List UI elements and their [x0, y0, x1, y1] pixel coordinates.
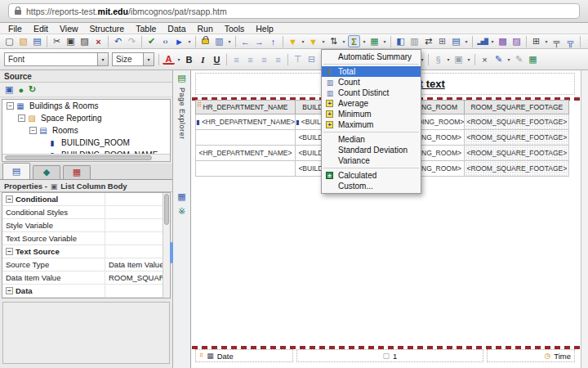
menu-item-variance[interactable]: Variance: [322, 155, 421, 166]
size-select[interactable]: Size ▾: [112, 52, 154, 66]
new-report-icon[interactable]: ▢: [3, 35, 16, 47]
menu-item-average[interactable]: + Average: [322, 98, 421, 109]
table-icon[interactable]: ⊞: [530, 35, 542, 47]
org-structure-icon[interactable]: ╦: [564, 35, 577, 47]
validate-icon[interactable]: ✔: [145, 35, 158, 47]
pick-style-icon[interactable]: ✎: [492, 53, 505, 65]
font-color-icon[interactable]: A: [163, 54, 175, 65]
property-row-conditional-styles[interactable]: Conditional Styles: [2, 206, 170, 219]
parent-icon[interactable]: ↑: [267, 35, 279, 47]
property-group-text-source[interactable]: −Text Source: [2, 245, 170, 258]
save-icon[interactable]: ▤: [31, 35, 43, 47]
condition-explorer-icon[interactable]: ※: [178, 206, 185, 217]
menu-item-median[interactable]: Median: [322, 134, 421, 145]
canvas-vertical-scrollbar[interactable]: [581, 70, 588, 368]
headers-icon[interactable]: ◧: [394, 35, 407, 47]
underline-icon[interactable]: U: [211, 53, 223, 65]
delete-icon[interactable]: ×: [92, 35, 105, 47]
bold-icon[interactable]: B: [183, 53, 195, 65]
tree-item-space-reporting[interactable]: − ▨ Space Reporting: [2, 112, 170, 124]
map-icon[interactable]: ▨: [510, 35, 523, 47]
pivot-icon[interactable]: ⊞: [436, 35, 448, 47]
list-cell-selected[interactable]: <ROOM_SQUARE_FOOTAGE>: [465, 114, 569, 130]
size-select-arrow[interactable]: ▾: [143, 53, 154, 65]
insertable-objects-icon[interactable]: ▣: [5, 84, 13, 95]
panel-splitter-handle[interactable]: [170, 242, 173, 263]
tree-horizontal-scrollbar[interactable]: [2, 154, 170, 161]
convert-chart-icon[interactable]: ▩: [497, 35, 509, 47]
column-header[interactable]: HR_DEPARTMENT_NAME: [196, 101, 296, 114]
tree-item-buildings-rooms[interactable]: − ▦ Buildings & Rooms: [2, 100, 170, 112]
property-row-text-source-variable[interactable]: Text Source Variable: [2, 232, 170, 245]
url-bar[interactable]: https://reports-test.mit.edu/ibmcognos/p…: [8, 3, 580, 19]
filter-dropdown[interactable]: ▾: [300, 38, 306, 44]
tab-source[interactable]: ▤: [2, 163, 30, 179]
list-cell-selected[interactable]: <ROOM_SQUARE_FOOTAGE>: [465, 161, 569, 177]
menu-item-minimum[interactable]: + Minimum: [322, 109, 421, 119]
property-group-conditional[interactable]: −Conditional: [2, 193, 170, 206]
menu-item-maximum[interactable]: + Maximum: [322, 119, 421, 130]
collapse-icon[interactable]: −: [18, 114, 25, 122]
apply-style-icon[interactable]: ✎: [513, 53, 525, 65]
menu-item-automatic-summary[interactable]: Automatic Summary: [322, 52, 421, 62]
footer-date-block[interactable]: ⠿ ▦ Date: [195, 349, 293, 362]
table-drag-handle[interactable]: ⠿: [197, 101, 202, 109]
menu-item-count-distinct[interactable]: ▥ Count Distinct: [322, 88, 421, 98]
menu-edit[interactable]: Edit: [28, 24, 54, 34]
justify-block-icon[interactable]: ≡: [272, 53, 284, 65]
collapse-icon[interactable]: −: [6, 248, 13, 255]
chart-dropdown[interactable]: ▾: [489, 38, 496, 44]
chart-icon[interactable]: ▂▅█: [476, 35, 488, 47]
property-row-source-type[interactable]: Source Type Data Item Value: [2, 258, 170, 272]
forward-icon[interactable]: →: [253, 35, 265, 47]
run-dropdown[interactable]: ▾: [186, 38, 193, 44]
insert-calc-icon[interactable]: ▦: [368, 35, 381, 47]
tree-item-building-room[interactable]: ▮ BUILDING_ROOM: [2, 137, 170, 149]
validate-model-icon[interactable]: ●: [18, 85, 24, 95]
split-cells-icon[interactable]: ╤: [550, 35, 563, 47]
property-row-style-variable[interactable]: Style Variable: [2, 219, 170, 232]
pick-style-dropdown[interactable]: ▾: [506, 56, 512, 62]
list-cell-selected[interactable]: <ROOM_SQUARE_FOOTAGE>: [465, 146, 569, 161]
run-icon[interactable]: ►: [173, 35, 185, 47]
undo-icon[interactable]: ↶: [112, 35, 124, 47]
insert-calc-dropdown[interactable]: ▾: [381, 38, 388, 44]
properties-scrollbar[interactable]: [163, 193, 170, 298]
collapse-icon[interactable]: −: [6, 287, 13, 294]
conditional-style-icon[interactable]: ▦: [527, 53, 539, 65]
list-cell[interactable]: <HR_DEPARTMENT_NAME>: [196, 146, 296, 161]
column-header[interactable]: ROOM_SQUARE_FOOTAGE: [465, 101, 569, 114]
menu-item-count[interactable]: ▥ Count: [322, 77, 421, 88]
list-cell-selected[interactable]: <ROOM_SQUARE_FOOTAGE>: [465, 130, 569, 146]
menu-structure[interactable]: Structure: [84, 24, 131, 34]
copy-format-icon[interactable]: ▣: [452, 53, 465, 65]
section-icon[interactable]: ▤: [450, 35, 462, 47]
tab-toolbox[interactable]: ▦: [63, 165, 91, 179]
swap-icon[interactable]: ⇄: [422, 35, 434, 47]
menu-data[interactable]: Data: [162, 24, 191, 34]
property-row-data-item-value[interactable]: Data Item Value ROOM_SQUAR...: [2, 272, 170, 285]
style-report-dropdown[interactable]: ▾: [445, 56, 452, 62]
page-layers-icon[interactable]: ▥: [213, 35, 225, 47]
menu-item-total[interactable]: Σ Total: [322, 66, 421, 77]
lock-icon-toolbar[interactable]: [199, 35, 212, 47]
menu-help[interactable]: Help: [250, 24, 279, 34]
page-explorer-label[interactable]: Page Explorer: [178, 88, 186, 140]
italic-icon[interactable]: I: [197, 53, 209, 65]
summarize-dropdown[interactable]: ▾: [361, 38, 368, 44]
align-middle-icon[interactable]: ⊟: [305, 53, 318, 65]
justify-center-icon[interactable]: ≡: [244, 53, 256, 65]
view-xml-icon[interactable]: ‹›: [159, 35, 172, 47]
refresh-source-icon[interactable]: ↻: [29, 84, 36, 95]
table-dropdown[interactable]: ▾: [543, 38, 550, 44]
redo-icon[interactable]: ↷: [126, 35, 138, 47]
section-dropdown[interactable]: ▾: [463, 38, 470, 44]
menu-item-standard-deviation[interactable]: Standard Deviation: [322, 145, 421, 155]
menu-file[interactable]: File: [2, 24, 28, 34]
menu-table[interactable]: Table: [130, 24, 162, 34]
menu-item-calculated[interactable]: ± Calculated: [322, 170, 421, 181]
font-color-dropdown[interactable]: ▾: [176, 56, 182, 62]
cut-icon[interactable]: ✂: [51, 35, 63, 47]
help-icon[interactable]: ?: [584, 35, 588, 47]
back-icon[interactable]: ←: [239, 35, 252, 47]
